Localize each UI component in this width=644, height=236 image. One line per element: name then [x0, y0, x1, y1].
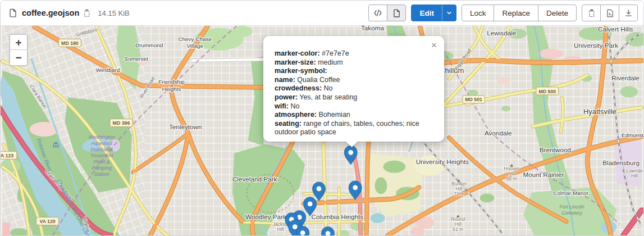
place-label: Heights [162, 86, 181, 92]
protected-area-label: Aqueduct [90, 140, 112, 146]
svg-text:MD 501: MD 501 [465, 97, 482, 102]
place-label: Colmar Manor [553, 190, 589, 196]
svg-text:MD 500: MD 500 [539, 89, 556, 94]
hill-label: 61 m [453, 226, 463, 232]
protected-area-label: Washington [89, 134, 115, 140]
hill-label: 56 m [506, 176, 517, 181]
place-label: Drummond [135, 42, 163, 48]
place-label: Riverdale [611, 74, 640, 81]
svg-text:MD 190: MD 190 [61, 40, 79, 46]
place-label: Friendship [158, 79, 185, 85]
route-shield: MD 396 [110, 119, 133, 127]
raw-file-icon [606, 9, 614, 17]
cemetery-label: Fort Lincoln [560, 204, 584, 210]
download-button[interactable] [619, 4, 638, 21]
copy-path-button[interactable] [81, 8, 92, 19]
place-label: Chevy Chase [178, 36, 212, 42]
popup-property-row: marker-size: medium [275, 58, 433, 67]
feature-popup: × marker-color: #7e7e7emarker-size: medi… [263, 36, 444, 142]
hill-label: Hill [631, 173, 638, 179]
copy-contents-button[interactable] [582, 4, 601, 21]
copy-contents-icon [587, 9, 596, 17]
file-name: coffee.geojson [22, 8, 79, 17]
code-icon [373, 8, 382, 17]
protected-area-label: Station [94, 171, 109, 177]
zoom-out-button[interactable]: − [10, 50, 27, 65]
place-label: Takoma [361, 26, 385, 31]
place-label: Edmonston [622, 132, 643, 138]
place-label: Cleveland Park [232, 175, 277, 183]
file-size: 14.15 KiB [98, 9, 129, 17]
place-label: University Heights [416, 158, 469, 165]
download-icon [624, 9, 633, 17]
place-label: Hyattsville [583, 107, 616, 116]
delete-button[interactable]: Delete [538, 4, 577, 21]
map-zoom-control: + − [9, 34, 28, 66]
map[interactable]: MD 190MD 396MD 500MD 501VA 120VA 123 Dru… [1, 26, 643, 235]
document-icon [392, 9, 401, 17]
edit-button[interactable]: Edit [411, 4, 442, 21]
place-label: Westbard [96, 67, 120, 73]
popup-property-row: atmosphere: Bohemian [275, 111, 433, 120]
svg-text:VA 123: VA 123 [1, 153, 13, 158]
place-label: Mount Rainier [523, 171, 564, 178]
place-label: Brentwood [540, 146, 571, 153]
place-label: University Park [574, 42, 618, 49]
display-rendered-button[interactable] [387, 4, 406, 21]
protected-area-label: Plant & [94, 159, 110, 165]
icon-actions-group [582, 4, 638, 21]
file-viewer-card: coffee.geojson 14.15 KiB [0, 0, 644, 236]
file-header: coffee.geojson 14.15 KiB [1, 1, 643, 26]
route-shield: MD 501 [463, 96, 485, 103]
route-shield: VA 120 [36, 217, 59, 225]
svg-text:VA 120: VA 120 [40, 219, 56, 224]
protected-area-label: Treatment [90, 153, 113, 158]
view-toggle-group [368, 4, 406, 21]
chevron-down-icon [446, 10, 453, 16]
place-label: Lewisdale [487, 29, 516, 37]
popup-property-row: wifi: No [275, 102, 433, 111]
place-label: Calvert Hills [598, 26, 633, 33]
popup-property-row: name: Qualia Coffee [275, 76, 433, 85]
file-actions-group: Lock Replace Delete [462, 4, 577, 21]
place-label: Woodley Park [245, 213, 286, 220]
lock-button[interactable]: Lock [462, 4, 495, 21]
popup-property-row: power: Yes, at bar seating [275, 93, 433, 102]
protected-area-label: Dalecarlia [90, 147, 113, 152]
display-source-button[interactable] [368, 4, 387, 21]
copy-path-icon [83, 9, 91, 17]
place-label: Village [186, 43, 203, 49]
popup-property-row: seating: range of chairs, tables, couche… [275, 120, 433, 137]
route-shield: MD 500 [536, 87, 559, 95]
edit-dropdown-button[interactable] [442, 4, 456, 21]
svg-text:MD 396: MD 396 [113, 120, 130, 126]
popup-properties: marker-color: #7e7e7emarker-size: medium… [275, 49, 433, 137]
header-actions: Edit Lock Replace Delete [368, 4, 638, 21]
place-label: Bladensburg [602, 159, 640, 166]
place-label: Avondale [485, 129, 512, 137]
hill-label: 71 m [454, 191, 464, 197]
cemetery-label: Cemetery [561, 210, 582, 216]
raw-button[interactable] [600, 4, 619, 21]
popup-property-row: marker-color: #7e7e7e [275, 49, 433, 58]
popup-close-button[interactable]: × [429, 39, 439, 52]
place-label: Columbia Heights [312, 213, 364, 220]
route-shield: MD 190 [59, 39, 81, 47]
place-label: Somerset [125, 56, 149, 62]
zoom-in-button[interactable]: + [10, 35, 27, 50]
popup-property-row: crowdedness: No [275, 84, 433, 93]
edit-split-button: Edit [411, 4, 456, 21]
hill-label: Hill [277, 226, 284, 232]
route-shield: VA 123 [1, 151, 17, 159]
file-icon [8, 8, 17, 17]
popup-property-row: marker-symbol: [275, 67, 433, 76]
place-label: Tenleytown [169, 123, 202, 130]
replace-button[interactable]: Replace [494, 4, 538, 21]
protected-area-label: Pumping [92, 165, 111, 171]
